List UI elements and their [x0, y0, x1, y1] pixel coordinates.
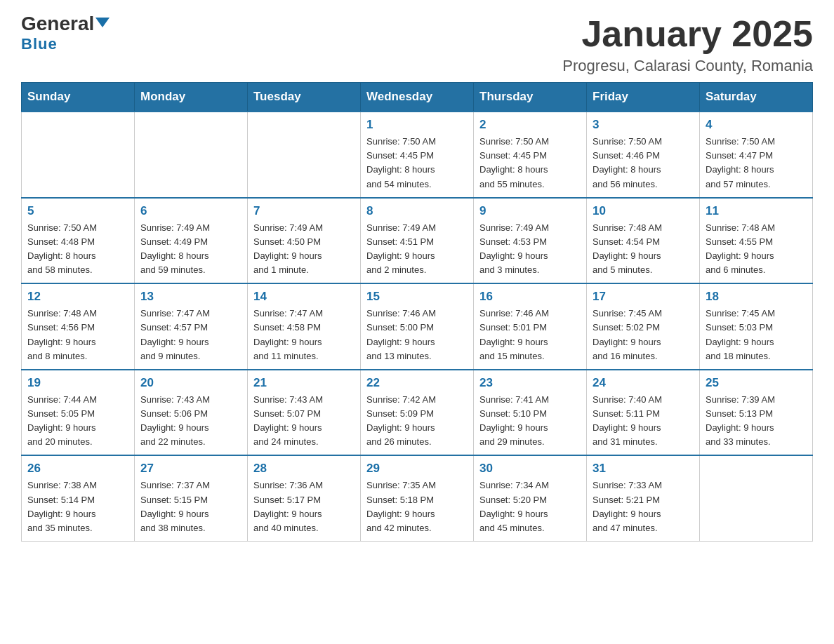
day-number: 31	[593, 462, 694, 476]
calendar-cell: 22Sunrise: 7:42 AMSunset: 5:09 PMDayligh…	[361, 370, 474, 456]
day-info: Sunrise: 7:48 AMSunset: 4:55 PMDaylight:…	[706, 221, 807, 278]
calendar-table: Sunday Monday Tuesday Wednesday Thursday…	[21, 82, 813, 542]
calendar-cell: 25Sunrise: 7:39 AMSunset: 5:13 PMDayligh…	[700, 370, 813, 456]
day-number: 9	[479, 204, 581, 218]
day-info: Sunrise: 7:33 AMSunset: 5:21 PMDaylight:…	[593, 478, 694, 535]
col-friday: Friday	[587, 83, 700, 112]
calendar-cell	[700, 455, 813, 541]
day-info: Sunrise: 7:42 AMSunset: 5:09 PMDaylight:…	[366, 393, 468, 450]
day-info: Sunrise: 7:50 AMSunset: 4:46 PMDaylight:…	[593, 135, 694, 192]
calendar-cell: 28Sunrise: 7:36 AMSunset: 5:17 PMDayligh…	[248, 455, 361, 541]
calendar-subtitle: Progresu, Calarasi County, Romania	[562, 57, 813, 75]
calendar-cell: 17Sunrise: 7:45 AMSunset: 5:02 PMDayligh…	[587, 283, 700, 370]
day-number: 13	[140, 290, 241, 304]
day-number: 21	[253, 376, 355, 390]
day-number: 20	[140, 376, 241, 390]
calendar-cell: 10Sunrise: 7:48 AMSunset: 4:54 PMDayligh…	[587, 198, 700, 284]
day-info: Sunrise: 7:39 AMSunset: 5:13 PMDaylight:…	[706, 393, 807, 450]
day-number: 22	[366, 376, 468, 390]
calendar-cell: 15Sunrise: 7:46 AMSunset: 5:00 PMDayligh…	[361, 283, 474, 370]
day-number: 27	[140, 462, 241, 476]
title-section: January 2025 Progresu, Calarasi County, …	[562, 14, 813, 75]
day-number: 4	[706, 118, 807, 132]
calendar-cell: 26Sunrise: 7:38 AMSunset: 5:14 PMDayligh…	[22, 455, 135, 541]
calendar-cell: 11Sunrise: 7:48 AMSunset: 4:55 PMDayligh…	[700, 198, 813, 284]
day-number: 11	[706, 204, 807, 218]
logo-general: General	[21, 14, 110, 34]
day-info: Sunrise: 7:49 AMSunset: 4:51 PMDaylight:…	[366, 221, 468, 278]
day-number: 3	[593, 118, 694, 132]
day-number: 23	[479, 376, 581, 390]
col-saturday: Saturday	[700, 83, 813, 112]
logo-blue: Blue	[21, 35, 58, 53]
calendar-cell: 9Sunrise: 7:49 AMSunset: 4:53 PMDaylight…	[474, 198, 587, 284]
col-thursday: Thursday	[474, 83, 587, 112]
day-info: Sunrise: 7:43 AMSunset: 5:07 PMDaylight:…	[253, 393, 355, 450]
day-number: 19	[27, 376, 128, 390]
logo: General Blue	[21, 14, 110, 53]
day-number: 6	[140, 204, 241, 218]
calendar-cell: 20Sunrise: 7:43 AMSunset: 5:06 PMDayligh…	[135, 370, 248, 456]
calendar-cell: 12Sunrise: 7:48 AMSunset: 4:56 PMDayligh…	[22, 283, 135, 370]
day-number: 18	[706, 290, 807, 304]
day-number: 7	[253, 204, 355, 218]
day-number: 17	[593, 290, 694, 304]
day-info: Sunrise: 7:41 AMSunset: 5:10 PMDaylight:…	[479, 393, 581, 450]
calendar-cell: 18Sunrise: 7:45 AMSunset: 5:03 PMDayligh…	[700, 283, 813, 370]
calendar-week-row-1: 1Sunrise: 7:50 AMSunset: 4:45 PMDaylight…	[22, 112, 813, 198]
day-info: Sunrise: 7:45 AMSunset: 5:03 PMDaylight:…	[706, 307, 807, 363]
calendar-cell: 31Sunrise: 7:33 AMSunset: 5:21 PMDayligh…	[587, 455, 700, 541]
day-number: 10	[593, 204, 694, 218]
calendar-title: January 2025	[562, 14, 813, 54]
day-number: 12	[27, 290, 128, 304]
day-info: Sunrise: 7:49 AMSunset: 4:49 PMDaylight:…	[140, 221, 241, 278]
day-number: 25	[706, 376, 807, 390]
calendar-week-row-2: 5Sunrise: 7:50 AMSunset: 4:48 PMDaylight…	[22, 198, 813, 284]
day-number: 8	[366, 204, 468, 218]
calendar-cell: 16Sunrise: 7:46 AMSunset: 5:01 PMDayligh…	[474, 283, 587, 370]
calendar-cell: 13Sunrise: 7:47 AMSunset: 4:57 PMDayligh…	[135, 283, 248, 370]
day-info: Sunrise: 7:36 AMSunset: 5:17 PMDaylight:…	[253, 478, 355, 535]
day-number: 1	[366, 118, 468, 132]
day-number: 26	[27, 462, 128, 476]
calendar-cell	[22, 112, 135, 198]
day-info: Sunrise: 7:49 AMSunset: 4:50 PMDaylight:…	[253, 221, 355, 278]
day-info: Sunrise: 7:48 AMSunset: 4:54 PMDaylight:…	[593, 221, 694, 278]
day-info: Sunrise: 7:46 AMSunset: 5:01 PMDaylight:…	[479, 307, 581, 363]
day-info: Sunrise: 7:50 AMSunset: 4:45 PMDaylight:…	[479, 135, 581, 192]
calendar-cell	[135, 112, 248, 198]
page-header: General Blue January 2025 Progresu, Cala…	[21, 14, 813, 75]
day-number: 14	[253, 290, 355, 304]
day-number: 16	[479, 290, 581, 304]
calendar-cell: 19Sunrise: 7:44 AMSunset: 5:05 PMDayligh…	[22, 370, 135, 456]
day-number: 24	[593, 376, 694, 390]
day-info: Sunrise: 7:38 AMSunset: 5:14 PMDaylight:…	[27, 478, 128, 535]
day-info: Sunrise: 7:50 AMSunset: 4:45 PMDaylight:…	[366, 135, 468, 192]
calendar-cell: 21Sunrise: 7:43 AMSunset: 5:07 PMDayligh…	[248, 370, 361, 456]
day-info: Sunrise: 7:50 AMSunset: 4:47 PMDaylight:…	[706, 135, 807, 192]
day-info: Sunrise: 7:34 AMSunset: 5:20 PMDaylight:…	[479, 478, 581, 535]
calendar-header-row: Sunday Monday Tuesday Wednesday Thursday…	[22, 83, 813, 112]
col-sunday: Sunday	[22, 83, 135, 112]
day-number: 5	[27, 204, 128, 218]
day-info: Sunrise: 7:44 AMSunset: 5:05 PMDaylight:…	[27, 393, 128, 450]
calendar-cell: 5Sunrise: 7:50 AMSunset: 4:48 PMDaylight…	[22, 198, 135, 284]
day-info: Sunrise: 7:37 AMSunset: 5:15 PMDaylight:…	[140, 478, 241, 535]
day-number: 30	[479, 462, 581, 476]
day-number: 29	[366, 462, 468, 476]
calendar-cell: 23Sunrise: 7:41 AMSunset: 5:10 PMDayligh…	[474, 370, 587, 456]
day-info: Sunrise: 7:46 AMSunset: 5:00 PMDaylight:…	[366, 307, 468, 363]
day-info: Sunrise: 7:47 AMSunset: 4:57 PMDaylight:…	[140, 307, 241, 363]
day-number: 2	[479, 118, 581, 132]
calendar-cell: 1Sunrise: 7:50 AMSunset: 4:45 PMDaylight…	[361, 112, 474, 198]
day-info: Sunrise: 7:47 AMSunset: 4:58 PMDaylight:…	[253, 307, 355, 363]
calendar-cell	[248, 112, 361, 198]
calendar-cell: 4Sunrise: 7:50 AMSunset: 4:47 PMDaylight…	[700, 112, 813, 198]
day-info: Sunrise: 7:40 AMSunset: 5:11 PMDaylight:…	[593, 393, 694, 450]
calendar-cell: 24Sunrise: 7:40 AMSunset: 5:11 PMDayligh…	[587, 370, 700, 456]
day-info: Sunrise: 7:49 AMSunset: 4:53 PMDaylight:…	[479, 221, 581, 278]
calendar-cell: 7Sunrise: 7:49 AMSunset: 4:50 PMDaylight…	[248, 198, 361, 284]
day-number: 15	[366, 290, 468, 304]
col-monday: Monday	[135, 83, 248, 112]
day-info: Sunrise: 7:35 AMSunset: 5:18 PMDaylight:…	[366, 478, 468, 535]
